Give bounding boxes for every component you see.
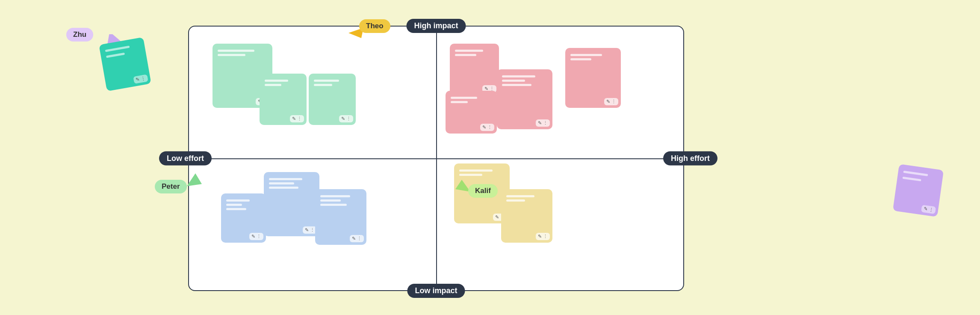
card-lines bbox=[502, 75, 544, 86]
card-lines bbox=[226, 199, 257, 210]
matrix-board: High impact Low impact Low effort High e… bbox=[188, 26, 684, 291]
theo-bubble: Theo bbox=[359, 19, 390, 33]
card-green-med1[interactable]: ✎ ⋮ bbox=[260, 74, 307, 125]
card-lines bbox=[455, 50, 490, 56]
peter-arrow bbox=[187, 173, 202, 186]
kalif-user-group: Kalif bbox=[468, 184, 498, 198]
card-action-icons[interactable]: ✎ ⋮ bbox=[290, 115, 304, 122]
card-lines bbox=[218, 50, 264, 56]
peter-user-group: Peter bbox=[155, 180, 187, 193]
card-green-med2[interactable]: ✎ ⋮ bbox=[309, 74, 356, 125]
card-action-icons[interactable]: ✎ ⋮ bbox=[339, 115, 353, 122]
matrix-container: High impact Low impact Low effort High e… bbox=[188, 13, 684, 300]
card-blue-right[interactable]: ✎ ⋮ bbox=[315, 189, 366, 245]
card-lines bbox=[320, 195, 358, 206]
zhu-user-group: Zhu bbox=[66, 28, 93, 42]
card-pink-4[interactable]: ✎ ⋮ bbox=[446, 91, 497, 134]
card-lines bbox=[265, 80, 298, 86]
float-card-teal[interactable]: ✎ ⋮ bbox=[99, 37, 151, 92]
card-lines bbox=[506, 195, 544, 202]
high-impact-label: High impact bbox=[406, 19, 466, 33]
card-pink-3[interactable]: ✎ ⋮ bbox=[565, 48, 621, 108]
card-lines bbox=[269, 178, 311, 189]
svg-marker-2 bbox=[187, 173, 202, 186]
card-action-icons[interactable]: ✎ ⋮ bbox=[921, 205, 936, 214]
float-card-lines bbox=[902, 171, 934, 183]
card-action-icons[interactable]: ✎ ⋮ bbox=[480, 124, 494, 131]
kalif-bubble: Kalif bbox=[468, 184, 498, 198]
card-lines bbox=[570, 54, 612, 60]
card-action-icons[interactable]: ✎ ⋮ bbox=[536, 233, 550, 240]
card-lines bbox=[459, 169, 501, 176]
card-pink-2[interactable]: ✎ ⋮ bbox=[497, 69, 552, 129]
float-card-purple[interactable]: ✎ ⋮ bbox=[893, 164, 944, 217]
peter-bubble: Peter bbox=[155, 180, 187, 193]
theo-user-group: Theo bbox=[359, 19, 390, 33]
card-lines bbox=[314, 80, 347, 86]
low-effort-label: Low effort bbox=[159, 152, 212, 166]
zhu-bubble: Zhu bbox=[66, 28, 93, 42]
card-lines bbox=[451, 97, 488, 103]
card-action-icons[interactable]: ✎ ⋮ bbox=[536, 119, 550, 127]
card-blue-small[interactable]: ✎ ⋮ bbox=[221, 193, 266, 243]
vertical-axis bbox=[436, 27, 437, 290]
float-card-lines bbox=[105, 45, 137, 58]
card-yellow-small[interactable]: ✎ ⋮ bbox=[501, 189, 552, 243]
high-effort-label: High effort bbox=[663, 152, 717, 166]
card-action-icons[interactable]: ✎ ⋮ bbox=[350, 235, 364, 242]
card-pink-1[interactable]: ✎ ⋮ bbox=[450, 44, 499, 95]
card-action-icons[interactable]: ✎ ⋮ bbox=[604, 98, 618, 105]
card-action-icons[interactable]: ✎ ⋮ bbox=[249, 233, 263, 240]
card-action-icons[interactable]: ✎ ⋮ bbox=[133, 74, 148, 83]
card-blue-large[interactable]: ✎ ⋮ bbox=[264, 172, 319, 236]
low-impact-label: Low impact bbox=[407, 284, 465, 298]
